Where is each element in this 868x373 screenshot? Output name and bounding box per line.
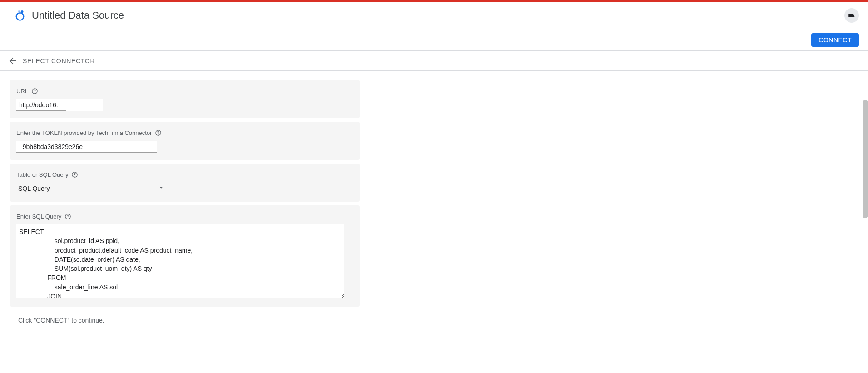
help-icon[interactable] — [64, 213, 71, 220]
action-bar: CONNECT — [0, 29, 868, 51]
section-sql: Enter SQL Query — [10, 205, 360, 307]
svg-point-2 — [18, 10, 20, 12]
help-icon[interactable] — [31, 87, 38, 94]
looker-studio-icon — [14, 9, 26, 22]
querytype-label-row: Table or SQL Query — [16, 171, 353, 178]
querytype-selected: SQL Query — [18, 185, 50, 192]
header: Untitled Data Source — [0, 2, 868, 29]
url-input[interactable] — [16, 99, 66, 111]
svg-point-4 — [35, 92, 35, 93]
header-left: Untitled Data Source — [14, 9, 124, 22]
token-label: Enter the TOKEN provided by TechFinna Co… — [16, 129, 152, 136]
querytype-select[interactable]: SQL Query — [16, 183, 166, 194]
sql-label-row: Enter SQL Query — [16, 213, 353, 220]
section-query-type: Table or SQL Query SQL Query — [10, 164, 360, 202]
help-icon[interactable] — [71, 171, 78, 178]
avatar[interactable] — [844, 8, 859, 23]
token-label-row: Enter the TOKEN provided by TechFinna Co… — [16, 129, 353, 136]
token-input[interactable] — [16, 141, 157, 153]
querytype-label: Table or SQL Query — [16, 171, 68, 178]
url-label-row: URL — [16, 87, 353, 94]
page-title[interactable]: Untitled Data Source — [32, 10, 124, 21]
svg-point-6 — [158, 134, 159, 134]
svg-point-1 — [21, 10, 24, 13]
help-icon[interactable] — [154, 129, 162, 136]
section-url: URL — [10, 80, 360, 118]
sql-label: Enter SQL Query — [16, 213, 61, 220]
page-scrollbar[interactable] — [863, 100, 868, 218]
form-panel: URL Enter the TOKEN provided by TechFinn… — [10, 80, 360, 307]
svg-point-0 — [16, 13, 24, 20]
back-arrow-icon[interactable] — [7, 55, 18, 66]
url-label: URL — [16, 88, 28, 94]
svg-point-8 — [74, 176, 75, 176]
section-token: Enter the TOKEN provided by TechFinna Co… — [10, 122, 360, 160]
chevron-down-icon — [158, 184, 164, 192]
connect-button[interactable]: CONNECT — [811, 33, 859, 47]
sql-textarea[interactable] — [16, 224, 344, 298]
hint-text: Click "CONNECT" to continue. — [18, 317, 858, 324]
breadcrumb-bar: SELECT CONNECTOR — [0, 51, 868, 71]
svg-point-10 — [68, 218, 68, 218]
breadcrumb-label: SELECT CONNECTOR — [23, 57, 95, 65]
content: URL Enter the TOKEN provided by TechFinn… — [0, 71, 868, 333]
